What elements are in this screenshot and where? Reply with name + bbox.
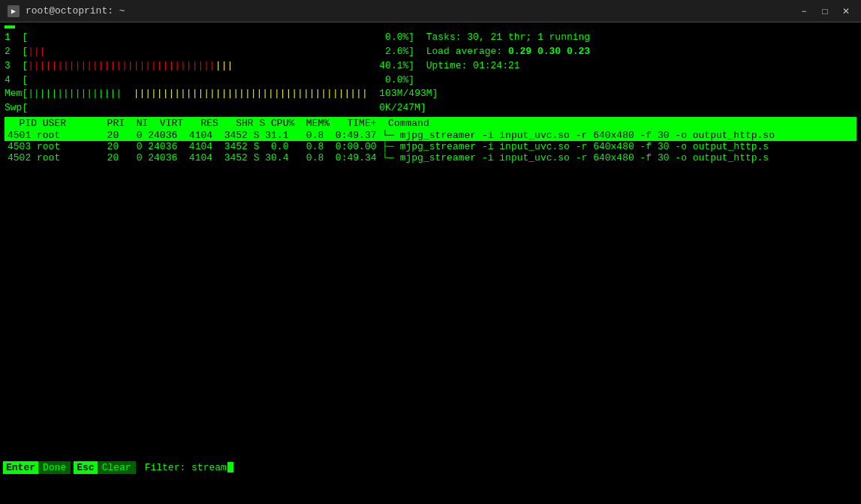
- cursor: [227, 462, 233, 472]
- stats-section: 1 [ 0.0%] Tasks: 30, 21 thr; 1 running 2…: [5, 31, 856, 116]
- window-title: root@octoprint: ~: [26, 5, 125, 16]
- table-header-text: PID USER PRI NI VIRT RES SHR S CPU% MEM%…: [8, 118, 429, 129]
- filter-box: Filter: stream: [145, 462, 233, 473]
- titlebar-title: ▶ root@octoprint: ~: [8, 5, 125, 17]
- proc-cmd: └─ mjpg_streamer -i input_uvc.so -r 640x…: [382, 152, 769, 164]
- enter-key[interactable]: EnterDone: [3, 459, 71, 476]
- enter-key-label: Enter: [3, 461, 38, 474]
- maximize-button[interactable]: □: [817, 4, 832, 19]
- proc-cmd: ├─ mjpg_streamer -i input_uvc.so -r 640x…: [382, 141, 769, 152]
- esc-key-label: Esc: [74, 461, 97, 474]
- proc-pid: 4502 root 20 0 24036 4104 3452 S 30.4 0.…: [8, 152, 382, 164]
- table-row[interactable]: 4503 root 20 0 24036 4104 3452 S 0.0 0.8…: [5, 141, 856, 152]
- table-row[interactable]: 4501 root 20 0 24036 4104 3452 S 31.1 0.…: [5, 130, 856, 141]
- table-header: PID USER PRI NI VIRT RES SHR S CPU% MEM%…: [5, 117, 856, 130]
- filter-label: Filter: stream: [145, 462, 227, 473]
- process-table: PID USER PRI NI VIRT RES SHR S CPU% MEM%…: [5, 117, 856, 164]
- cpu-progress-bar: [5, 26, 15, 28]
- titlebar: ▶ root@octoprint: ~ − □ ✕: [0, 0, 861, 22]
- proc-pid: 4503 root 20 0 24036 4104 3452 S 0.0 0.8…: [8, 141, 382, 152]
- esc-key[interactable]: EscClear: [74, 459, 135, 476]
- enter-key-action: Done: [38, 461, 71, 474]
- proc-cmd: └─ mjpg_streamer -i input_uvc.so -r 640x…: [382, 130, 775, 141]
- table-row[interactable]: 4502 root 20 0 24036 4104 3452 S 30.4 0.…: [5, 152, 856, 164]
- proc-pid: 4501 root 20 0 24036 4104 3452 S 31.1 0.…: [8, 130, 382, 141]
- titlebar-controls: − □ ✕: [796, 4, 853, 19]
- close-button[interactable]: ✕: [838, 4, 853, 19]
- esc-key-action: Clear: [98, 461, 136, 474]
- bottom-bar: EnterDone EscClear Filter: stream: [0, 456, 861, 478]
- minimize-button[interactable]: −: [796, 4, 811, 19]
- terminal: 1 [ 0.0%] Tasks: 30, 21 thr; 1 running 2…: [0, 22, 861, 478]
- terminal-icon: ▶: [8, 5, 20, 17]
